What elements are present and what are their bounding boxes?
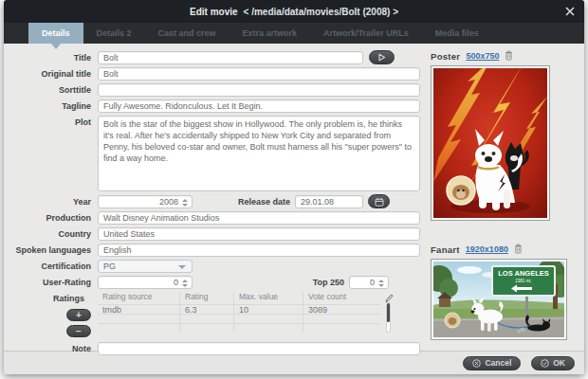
original-title-label: Original title: [8, 67, 91, 81]
movie-path: < /media/data/movies/Bolt (2008) >: [244, 7, 398, 17]
tabbar: Details Details 2 Cast and crew Extra ar…: [4, 23, 584, 44]
table-row-empty: [98, 314, 380, 323]
ratings-label: Ratings: [53, 292, 84, 305]
table-row-empty: [98, 323, 380, 333]
dialog-title: Edit movie: [190, 7, 238, 17]
close-icon: [565, 7, 575, 16]
column-header: Vote count: [303, 292, 380, 304]
country-label: Country: [8, 227, 91, 241]
tab-media-files[interactable]: Media files: [422, 23, 492, 44]
spinner-arrows-icon: [182, 199, 188, 207]
plot-row: Plot Bolt is the star of the biggest sho…: [8, 116, 425, 191]
ratings-row: Ratings + − Rating source Rating Max. va…: [8, 292, 425, 337]
chevron-down-icon: [178, 265, 186, 269]
ratings-table-header: Rating source Rating Max. value Vote cou…: [98, 292, 380, 304]
tab-cast-and-crew[interactable]: Cast and crew: [145, 23, 230, 44]
title-row: Title: [8, 50, 425, 64]
sorttitle-input[interactable]: [98, 83, 420, 97]
fanart-header: Fanart 1920x1080: [431, 244, 582, 255]
play-icon: [377, 53, 386, 62]
sorttitle-label: Sorttitle: [8, 83, 91, 97]
production-row: Production: [8, 211, 425, 225]
note-row: Note: [8, 342, 425, 355]
fanart-image: LOS ANGELES 2381 mi.: [431, 259, 567, 340]
user-rating-spinner[interactable]: 0: [98, 276, 193, 289]
column-header: Rating source: [98, 292, 179, 304]
note-input[interactable]: [98, 342, 420, 355]
poster-label: Poster: [431, 51, 460, 62]
cancel-button[interactable]: Cancel: [463, 356, 521, 370]
ok-icon: [541, 359, 549, 368]
tab-details[interactable]: Details: [28, 23, 83, 44]
cancel-icon: [472, 359, 481, 368]
trash-icon: [505, 50, 513, 61]
delete-poster-button[interactable]: [505, 47, 513, 64]
play-title-button[interactable]: [369, 50, 395, 64]
tagline-label: Tagline: [8, 99, 91, 113]
svg-text:2381 mi.: 2381 mi.: [515, 279, 531, 283]
original-title-row: Original title: [8, 67, 425, 81]
ratings-table: Rating source Rating Max. value Vote cou…: [98, 292, 380, 333]
tab-details-2[interactable]: Details 2: [83, 23, 145, 44]
sorttitle-row: Sorttitle: [8, 83, 425, 97]
title-input[interactable]: [98, 51, 363, 64]
spoken-languages-label: Spoken languages: [8, 244, 91, 257]
fanart-size-link[interactable]: 1920x1080: [466, 244, 508, 254]
details-panel: Title Original title Sorttitle Tagline: [4, 44, 584, 351]
artwork-column: Poster 500x750: [431, 50, 582, 341]
titlebar: Edit movie < /media/data/movies/Bolt (20…: [4, 0, 584, 23]
poster-size-link[interactable]: 500x750: [466, 51, 499, 61]
tagline-row: Tagline: [8, 99, 425, 113]
top250-spinner[interactable]: 0: [349, 276, 389, 289]
scrollbar-thumb[interactable]: [387, 303, 390, 322]
tab-extra-artwork[interactable]: Extra artwork: [230, 23, 311, 44]
fanart-label: Fanart: [431, 244, 460, 255]
ratings-scrollbar[interactable]: [386, 302, 391, 333]
top250-label: Top 250: [254, 276, 344, 289]
add-rating-button[interactable]: +: [66, 309, 91, 321]
ok-button[interactable]: OK: [531, 356, 575, 370]
production-label: Production: [8, 211, 91, 225]
country-row: Country: [8, 227, 425, 241]
close-button[interactable]: [564, 6, 576, 17]
year-spinner[interactable]: 2008: [98, 195, 193, 208]
note-label: Note: [8, 342, 91, 355]
edit-movie-dialog: Edit movie < /media/data/movies/Bolt (20…: [4, 0, 584, 374]
year-release-row: Year 2008 Release date: [8, 194, 425, 208]
tagline-input[interactable]: [98, 99, 420, 113]
certification-label: Certification: [8, 260, 91, 273]
plot-textarea[interactable]: Bolt is the star of the biggest show in …: [98, 116, 420, 191]
release-date-input[interactable]: [295, 195, 363, 208]
production-input[interactable]: [98, 211, 420, 225]
calendar-button[interactable]: [368, 194, 390, 208]
plot-label: Plot: [8, 116, 91, 129]
user-rating-row: User-Rating 0 Top 250 0: [8, 276, 425, 289]
year-label: Year: [8, 195, 91, 208]
certification-row: Certification PG: [8, 260, 425, 273]
column-header: Rating: [179, 292, 233, 304]
poster-header: Poster 500x750: [431, 50, 582, 62]
details-form: Title Original title Sorttitle Tagline: [8, 50, 425, 358]
spinner-arrows-icon: [378, 280, 384, 287]
certification-dropdown[interactable]: PG: [98, 260, 193, 273]
column-header: Max. value: [233, 292, 303, 304]
delete-fanart-button[interactable]: [514, 241, 523, 258]
spoken-languages-row: Spoken languages: [8, 244, 425, 257]
spinner-arrows-icon: [182, 280, 188, 287]
svg-text:LOS ANGELES: LOS ANGELES: [498, 269, 548, 278]
calendar-icon: [375, 197, 384, 207]
table-row[interactable]: tmdb 6.3 10 3089: [98, 304, 380, 314]
tab-artwork-trailer-urls[interactable]: Artwork/Trailer URLs: [310, 23, 422, 44]
user-rating-label: User-Rating: [8, 276, 91, 289]
title-label: Title: [8, 51, 91, 64]
trash-icon: [514, 244, 523, 254]
original-title-input[interactable]: [98, 67, 420, 81]
poster-image: [431, 65, 550, 221]
release-date-label: Release date: [200, 195, 290, 208]
country-input[interactable]: [98, 227, 420, 241]
spoken-languages-input[interactable]: [98, 244, 420, 257]
remove-rating-button[interactable]: −: [66, 325, 91, 337]
